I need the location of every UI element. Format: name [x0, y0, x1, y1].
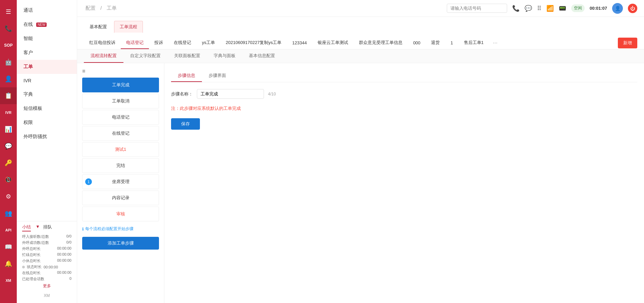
char-count: 4/10 [268, 92, 276, 96]
settings-nav-icon[interactable]: ⚙ [0, 188, 17, 205]
detail-tab-info[interactable]: 步骤信息 [171, 70, 202, 82]
smart-nav-icon[interactable]: 🤖 [0, 54, 17, 71]
step-item-cancel[interactable]: 工单取消 [82, 94, 159, 109]
sidebar-item-dict-label: 字典 [23, 91, 33, 97]
phone-icon[interactable]: 📞 [512, 5, 520, 12]
tab-online-reg[interactable]: 在线登记 [168, 37, 197, 49]
menu-icon[interactable]: ☰ [0, 3, 17, 20]
step-name-row: 步骤名称： 4/10 [171, 89, 637, 99]
tab-ys[interactable]: ys工单 [197, 37, 220, 49]
stats-row-break: 小休总时长 00:00:00 [22, 258, 71, 263]
stats-inbound-label: 呼入接听数/总数 [22, 234, 49, 239]
tab-ys-copy[interactable]: 20210609170227复制ys工单 [220, 37, 287, 49]
workflow-container: ≡ 工单完成 工单取消 电话登记 在线登记 测试1 完结 [77, 63, 644, 303]
step-item-phone-reg[interactable]: 电话登记 [82, 110, 159, 125]
sidebar-item-online[interactable]: 在线 NEW [17, 17, 77, 32]
sub-tab-flow[interactable]: 流程流转配置 [84, 49, 123, 63]
sidebar-item-workorder-label: 工单 [23, 64, 33, 70]
step-complete-label: 工单完成 [112, 82, 129, 87]
sidebar-item-call-label: 通话 [23, 7, 33, 13]
sop-nav-icon[interactable]: SOP [0, 37, 17, 54]
step-item-content[interactable]: 内容记录 [82, 190, 159, 205]
step-name-input[interactable] [197, 89, 264, 99]
tab-123344[interactable]: 123344 [287, 38, 312, 49]
stats-row-outbound-duration: 外呼总时长 00:00:00 [22, 246, 71, 251]
panel-header[interactable]: ≡ [82, 68, 159, 74]
step-item-complete[interactable]: 工单完成 [82, 78, 159, 92]
sub-tab-panel[interactable]: 关联面板配置 [167, 49, 207, 63]
sidebar-item-dict[interactable]: 字典 [17, 87, 77, 101]
power-button[interactable]: ⏻ [628, 4, 637, 13]
tab-aftersale[interactable]: 售后工单1 [459, 37, 489, 49]
sms-nav-icon[interactable]: 💬 [0, 138, 17, 155]
stats-row-inbound: 呼入接听数/总数 0/0 [22, 234, 71, 239]
step-item-test1[interactable]: 测试1 [82, 142, 159, 157]
tab-1[interactable]: 1 [445, 38, 458, 49]
tab-phone-reg[interactable]: 电话登记 [121, 37, 149, 49]
tab-masses[interactable]: 群众意见受理工单信息 [354, 37, 408, 49]
sidebar-item-outbound[interactable]: 外呼防骚扰 [17, 130, 77, 144]
chart-nav-icon[interactable]: 📊 [0, 121, 17, 138]
tab-refund[interactable]: 退货 [426, 37, 445, 49]
tab-workflow[interactable]: 工单流程 [114, 21, 143, 33]
step-item-review[interactable]: 审核 [82, 207, 159, 221]
sidebar-item-outbound-label: 外呼防骚扰 [23, 134, 47, 140]
stats-status-value: 00:00:00 [44, 265, 58, 269]
detail-tab-ui[interactable]: 步骤界面 [202, 70, 233, 82]
permission-nav-icon[interactable]: 🔑 [0, 155, 17, 171]
api-nav-icon[interactable]: API [0, 222, 17, 239]
tab-basic-config[interactable]: 基本配置 [84, 21, 113, 33]
step-item-agent[interactable]: 1 坐席受理 [82, 174, 159, 189]
sidebar-item-call[interactable]: 通话 [17, 3, 77, 17]
message-icon[interactable]: 💬 [525, 5, 532, 12]
detail-tabs: 步骤信息 步骤界面 [171, 70, 637, 82]
stats-outbound-value: 0/0 [66, 240, 71, 245]
grid-icon[interactable]: ⠿ [537, 5, 541, 12]
call-nav-icon[interactable]: 📞 [0, 20, 17, 37]
sub-tab-custom[interactable]: 自定义字段配置 [123, 49, 167, 63]
tab-more[interactable]: ··· [489, 37, 501, 49]
phone2-icon[interactable]: 📟 [559, 5, 566, 12]
book-nav-icon[interactable]: 📖 [0, 239, 17, 255]
more-link[interactable]: 更多 [22, 283, 71, 289]
phone-input[interactable] [447, 4, 507, 13]
tab-complaint[interactable]: 投诉 [149, 37, 168, 49]
stats-status-row: 状态时长 00:00:00 [22, 264, 71, 269]
tab-hongdou[interactable]: 红豆电信投诉 [84, 37, 121, 49]
sidebar-item-permission-label: 权限 [23, 120, 33, 126]
new-tab-button[interactable]: 新增 [618, 38, 637, 48]
sidebar-item-customer[interactable]: 客户 [17, 46, 77, 60]
wifi-icon[interactable]: 📶 [546, 5, 554, 12]
workorder-nav-icon[interactable]: 📋 [0, 87, 17, 104]
sidebar-item-permission[interactable]: 权限 [17, 116, 77, 130]
tab-yinzuo[interactable]: 银座云工单测试 [312, 37, 354, 49]
sub-tab-basic-info[interactable]: 基本信息配置 [242, 49, 282, 63]
stats-tabs: 小结 ▼ 排队 [22, 224, 71, 231]
filter-icon: ▼ [36, 224, 40, 231]
sidebar-item-smart[interactable]: 智能 [17, 32, 77, 46]
ivr-nav-icon[interactable]: IVR [0, 104, 17, 121]
sub-tab-dict[interactable]: 字典与面板 [207, 49, 242, 63]
sidebar-item-sms[interactable]: 短信模板 [17, 101, 77, 116]
stats-outbound-dur-label: 外呼总时长 [22, 246, 41, 251]
customer-nav-icon[interactable]: 👤 [0, 71, 17, 87]
outbound-nav-icon[interactable]: 📵 [0, 171, 17, 188]
timer: 00:01:07 [590, 6, 607, 11]
step-item-online-reg[interactable]: 在线登记 [82, 126, 159, 141]
stats-busy-label: 忙碌总时长 [22, 252, 41, 257]
stats-tab-queue[interactable]: 排队 [43, 224, 52, 231]
tab-000[interactable]: 000 [408, 38, 426, 49]
breadcrumb: 配置 / 工单 [84, 5, 118, 11]
sidebar-item-workorder[interactable]: 工单 [17, 60, 77, 74]
main-tabs: 基本配置 工单流程 [77, 17, 644, 33]
save-button[interactable]: 保存 [171, 118, 200, 130]
xm-label: XM [17, 292, 77, 300]
sidebar-item-ivr[interactable]: IVR [17, 74, 77, 87]
stats-tab-summary[interactable]: 小结 [22, 224, 31, 231]
breadcrumb-sep: / [100, 5, 102, 11]
add-step-button[interactable]: 添加工单步骤 [82, 237, 159, 250]
step-item-end[interactable]: 完结 [82, 158, 159, 173]
bell-nav-icon[interactable]: 🔔 [0, 255, 17, 272]
xm-nav-icon[interactable]: XM [0, 272, 17, 289]
user2-nav-icon[interactable]: 👥 [0, 205, 17, 222]
